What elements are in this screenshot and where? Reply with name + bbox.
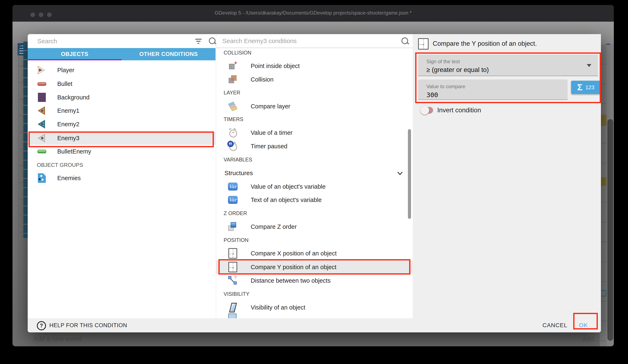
add-more-link[interactable]: Add...	[582, 335, 599, 343]
section-header-collision: COLLISION	[224, 50, 251, 56]
add-new-event-link[interactable]: Add a new event	[33, 335, 81, 343]
sign-of-test-select[interactable]: Sign of the test ≥ (greater or equal to)	[418, 55, 598, 76]
event-tree-corner	[18, 337, 24, 337]
condition-row-distance-between-objects[interactable]: ? Distance between two objects	[216, 274, 413, 287]
chevron-down-icon[interactable]	[397, 170, 403, 176]
distance-icon: ?	[228, 276, 238, 286]
objects-search-row	[28, 34, 216, 48]
z-order-icon	[228, 222, 238, 232]
object-group-row-enemies[interactable]: ◆ ◆ ◆ Enemies	[28, 171, 216, 185]
object-row-bullet[interactable]: Bullet	[28, 77, 216, 90]
section-header-timers: TIMERS	[224, 116, 243, 122]
enemy1-ship-icon	[37, 106, 46, 115]
object-row-background[interactable]: Background	[28, 91, 216, 104]
ok-button[interactable]: OK	[575, 318, 592, 332]
object-row-player[interactable]: Player	[28, 63, 216, 77]
compare-position-grid-icon	[228, 262, 238, 272]
condition-row-value-object-variable[interactable]: Var Value of an object's variable	[216, 180, 413, 193]
conditions-list: COLLISION + + Point inside object Collis…	[216, 48, 413, 318]
expression-builder-button[interactable]: Σ 123	[571, 81, 601, 94]
enemy3-ship-icon	[37, 134, 46, 142]
help-link[interactable]: HELP FOR THIS CONDITION	[49, 322, 127, 329]
condition-row-text-object-variable[interactable]: Var Text of an object's variable	[216, 193, 413, 207]
sign-of-test-value: ≥ (greater or equal to)	[426, 66, 489, 74]
condition-title: Compare the Y position of an object.	[433, 40, 537, 47]
variable-icon: Var	[228, 195, 238, 205]
enemy2-ship-icon	[37, 120, 46, 128]
object-groups-header: OBJECT GROUPS	[37, 162, 83, 168]
variable-icon: Var	[228, 182, 238, 191]
condition-row-point-inside-object[interactable]: + + Point inside object	[216, 59, 413, 73]
sign-of-test-label: Sign of the test	[426, 59, 460, 64]
condition-row-timer-paused[interactable]: Timer paused	[216, 140, 413, 153]
point-inside-object-icon: + +	[228, 61, 238, 71]
condition-row-compare-x-position[interactable]: Compare X position of an object	[216, 247, 413, 260]
selected-event-outline	[600, 290, 606, 296]
sigma-icon: Σ	[577, 83, 582, 92]
tab-other-conditions[interactable]: OTHER CONDITIONS	[122, 48, 216, 60]
condition-row-compare-z-order[interactable]: Compare Z order	[216, 220, 413, 233]
section-header-layer: LAYER	[224, 90, 240, 96]
condition-row-compare-y-position[interactable]: Compare Y position of an object	[216, 260, 413, 274]
accordion-structures[interactable]: Structures	[216, 166, 413, 180]
section-header-zorder: Z ORDER	[224, 210, 247, 216]
value-to-compare-label: Value to compare	[426, 84, 465, 89]
bullet-icon	[37, 79, 47, 89]
visibility-icon	[228, 303, 238, 312]
value-to-compare-value[interactable]: 300	[426, 91, 438, 99]
condition-row-collision[interactable]: Collision	[216, 73, 413, 86]
condition-row-visibility-of-object[interactable]: Visibility of an object	[216, 301, 413, 314]
object-row-enemy3[interactable]: Enemy3	[28, 131, 216, 145]
compare-layer-icon	[228, 101, 238, 111]
compare-position-grid-icon	[418, 38, 429, 50]
event-condition-blocks	[23, 42, 28, 238]
conditions-search-input[interactable]	[216, 34, 413, 48]
clipped-condition-icon	[228, 313, 236, 318]
object-row-bulletenemy[interactable]: BulletEnemy	[28, 145, 216, 158]
objects-list: Player Bullet Background Enemy1 Enemy2	[28, 60, 216, 318]
player-ship-icon	[37, 66, 46, 74]
help-icon[interactable]: ?	[37, 321, 46, 330]
tab-objects[interactable]: OBJECTS	[28, 48, 122, 60]
object-row-enemy1[interactable]: Enemy1	[28, 104, 216, 117]
chevron-down-icon	[587, 64, 591, 67]
bullet-enemy-icon	[37, 146, 47, 156]
condition-parameters-panel: Compare the Y position of an object. Sig…	[413, 34, 601, 318]
cancel-button[interactable]: CANCEL	[541, 318, 568, 332]
invert-condition-label: Invert condition	[437, 107, 481, 114]
window-title: GDevelop 5 - /Users/dkarakay/Documents/G…	[12, 10, 614, 16]
condition-row-compare-layer[interactable]: Compare layer	[216, 100, 413, 113]
condition-row-value-of-timer[interactable]: Value of a timer	[216, 126, 413, 139]
conditions-scrollbar-thumb[interactable]	[408, 129, 411, 219]
condition-editor-dialog: OBJECTS OTHER CONDITIONS Player Bullet B…	[28, 34, 601, 332]
section-header-position: POSITION	[224, 237, 248, 243]
invert-condition-toggle[interactable]	[421, 107, 433, 114]
section-header-variables: VARIABLES	[224, 157, 252, 163]
events-scrollbar-thumb[interactable]	[607, 119, 613, 341]
objects-search-input[interactable]	[28, 34, 216, 48]
collision-icon	[228, 74, 238, 84]
dialog-footer: ? HELP FOR THIS CONDITION CANCEL OK	[28, 318, 601, 332]
section-header-visibility: VISIBILITY	[224, 291, 249, 297]
invert-condition-row: Invert condition	[419, 104, 544, 117]
titlebar: GDevelop 5 - /Users/dkarakay/Documents/G…	[12, 5, 614, 22]
compare-position-grid-icon	[228, 248, 238, 258]
timer-icon	[228, 128, 238, 138]
value-to-compare-field[interactable]: Value to compare 300	[418, 79, 568, 100]
object-row-enemy2[interactable]: Enemy2	[28, 118, 216, 131]
timer-paused-icon	[228, 141, 238, 151]
conditions-search-row	[216, 34, 413, 48]
background-icon	[37, 92, 47, 102]
object-group-icon: ◆ ◆ ◆	[37, 173, 47, 183]
objects-tabbar: OBJECTS OTHER CONDITIONS	[28, 48, 216, 60]
